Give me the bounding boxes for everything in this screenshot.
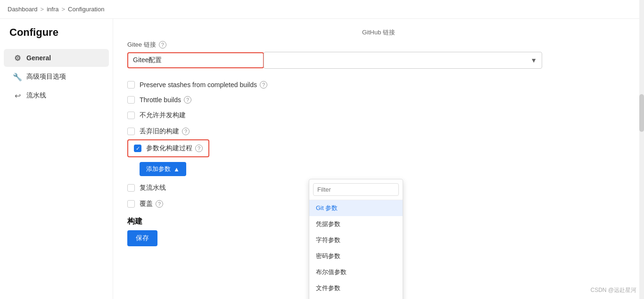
override-label: 覆盖 ? <box>140 200 163 208</box>
sidebar: Configure ⚙ General 🔧 高级项目选项 ↩ 流水线 <box>0 19 113 299</box>
no-concurrent-checkbox[interactable] <box>127 112 135 119</box>
breadcrumb-infra[interactable]: infra <box>47 6 58 13</box>
breadcrumb-configuration: Configuration <box>68 6 104 13</box>
throttle-builds-checkbox[interactable] <box>127 96 135 104</box>
discard-old-label: 丢弃旧的构建 ? <box>140 127 190 136</box>
throttle-builds-help[interactable]: ? <box>184 96 191 104</box>
dropdown-item-git-param[interactable]: Git 参数 <box>309 200 403 216</box>
sidebar-label-general: General <box>26 54 51 62</box>
sidebar-item-general[interactable]: ⚙ General <box>4 49 109 67</box>
breadcrumb-sep-1: > <box>41 6 44 13</box>
sidebar-label-pipeline: 流水线 <box>26 91 46 100</box>
dropdown-filter-area <box>309 179 403 200</box>
save-button[interactable]: 保存 <box>127 230 157 246</box>
sidebar-item-advanced[interactable]: 🔧 高级项目选项 <box>4 68 109 86</box>
parameterized-section: ✓ 参数化构建过程 ? <box>127 139 209 157</box>
dropdown-item-boolean-param[interactable]: 布尔值参数 <box>309 264 403 280</box>
copy-pipeline-checkbox[interactable] <box>127 184 135 192</box>
gear-icon: ⚙ <box>13 54 22 62</box>
breadcrumb-sep-2: > <box>62 6 66 13</box>
add-param-button[interactable]: 添加参数 ▲ <box>140 162 186 176</box>
gitee-label-text: Gitee 链接 <box>127 40 156 49</box>
parameterized-label: 参数化构建过程 ? <box>146 144 203 153</box>
dropdown-item-credential-param[interactable]: 凭据参数 <box>309 216 403 232</box>
gitee-select-left[interactable]: Gitee配置 <box>127 52 264 68</box>
dropdown-item-file-param[interactable]: 文件参数 <box>309 280 403 296</box>
pipeline-icon: ↩ <box>13 91 22 100</box>
parameterized-checkbox[interactable]: ✓ <box>134 145 141 152</box>
add-param-arrow-icon: ▲ <box>173 166 180 173</box>
chevron-down-icon: ▼ <box>530 57 537 64</box>
copy-pipeline-label: 复流水线 <box>140 184 166 192</box>
preserve-stashes-row: Preserve stashes from completed builds ? <box>127 77 630 92</box>
preserve-stashes-label: Preserve stashes from completed builds ? <box>140 81 267 89</box>
dropdown-item-text-param[interactable]: 文本参数 <box>309 296 403 299</box>
no-concurrent-label: 不允许并发构建 <box>140 111 186 120</box>
dropdown-item-password-param[interactable]: 密码参数 <box>309 248 403 264</box>
gitee-field-label: Gitee 链接 ? <box>127 40 630 49</box>
gitee-section: Gitee 链接 ? Gitee配置 ▼ <box>127 40 630 69</box>
scrollbar-track <box>639 0 644 299</box>
gitee-help-icon[interactable]: ? <box>159 41 166 48</box>
scrollbar-thumb[interactable] <box>639 94 644 132</box>
throttle-builds-label: Throttle builds ? <box>140 96 191 104</box>
sidebar-title: Configure <box>0 26 113 48</box>
breadcrumb: Dashboard > infra > Configuration <box>0 0 644 19</box>
discard-old-row: 丢弃旧的构建 ? <box>127 123 630 139</box>
dropdown-item-string-param[interactable]: 字符参数 <box>309 232 403 248</box>
add-param-label: 添加参数 <box>146 165 171 173</box>
gitee-select-right[interactable]: ▼ <box>264 52 542 69</box>
main-content: GitHub 链接 Gitee 链接 ? Gitee配置 ▼ Preserve … <box>113 19 644 299</box>
watermark: CSDN @远赴星河 <box>590 286 636 294</box>
override-help[interactable]: ? <box>156 200 163 208</box>
preserve-stashes-checkbox[interactable] <box>127 81 135 89</box>
gitee-select-row: Gitee配置 ▼ <box>127 52 542 69</box>
no-concurrent-row: 不允许并发构建 <box>127 107 630 123</box>
dropdown-filter-input[interactable] <box>313 183 399 196</box>
add-param-area: 添加参数 ▲ <box>140 162 630 176</box>
github-label: GitHub 链接 <box>127 28 630 37</box>
add-param-dropdown: Git 参数 凭据参数 字符参数 密码参数 布尔值参数 文件参数 文本参数 运行… <box>309 179 403 299</box>
parameterized-help[interactable]: ? <box>195 145 203 152</box>
sidebar-label-advanced: 高级项目选项 <box>26 73 66 81</box>
discard-old-checkbox[interactable] <box>127 128 135 135</box>
override-checkbox[interactable] <box>127 200 135 208</box>
throttle-builds-row: Throttle builds ? <box>127 92 630 107</box>
breadcrumb-dashboard[interactable]: Dashboard <box>8 6 38 13</box>
sidebar-item-pipeline[interactable]: ↩ 流水线 <box>4 87 109 105</box>
preserve-stashes-help[interactable]: ? <box>260 81 267 89</box>
discard-old-help[interactable]: ? <box>182 128 190 135</box>
wrench-icon: 🔧 <box>13 73 22 81</box>
